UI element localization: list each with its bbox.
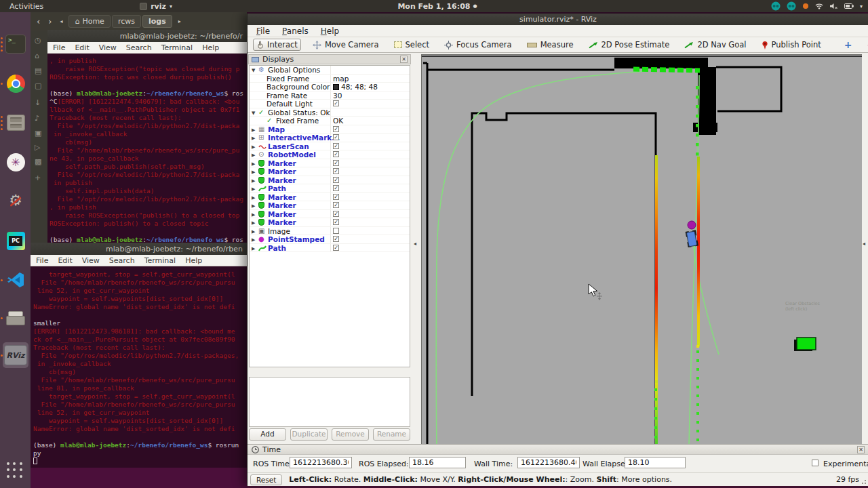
reset-button[interactable]: Reset	[250, 474, 282, 485]
display-row-default-light[interactable]: Default Light✓	[250, 100, 410, 108]
tool-move-camera[interactable]: Move Camera	[309, 39, 382, 51]
expand-icon[interactable]: ▶	[252, 134, 255, 142]
terminal1-menu-help[interactable]: Help	[202, 43, 219, 52]
terminal2-menu-help[interactable]: Help	[185, 256, 202, 265]
time-field-wall-elapsed-[interactable]	[625, 457, 686, 468]
display-row-marker[interactable]: ▶Marker✓	[250, 176, 410, 185]
experimental-checkbox[interactable]	[812, 460, 818, 466]
activities-button[interactable]: Activities	[0, 2, 53, 11]
close-icon[interactable]: ✕	[400, 56, 408, 63]
expand-icon[interactable]: ▶	[252, 236, 255, 244]
display-value[interactable]: OK	[333, 117, 343, 125]
display-row-marker[interactable]: ▶Marker✓	[250, 159, 410, 168]
display-row-global-status-ok[interactable]: ▼✓Global Status: Ok	[250, 108, 410, 117]
display-row-interactivemark-[interactable]: ▶⊞InteractiveMark...✓	[250, 134, 410, 142]
terminal1-menu-edit[interactable]: Edit	[75, 43, 89, 52]
terminal2-menu-view[interactable]: View	[82, 256, 100, 265]
toolbar-plus-button[interactable]: +	[841, 39, 856, 50]
display-checkbox[interactable]: ✓	[333, 194, 339, 200]
terminal2-titlebar[interactable]: mlab@mlab-joebetz: ~/rbenefo/rben	[31, 243, 247, 255]
breadcrumb-home[interactable]: ⌂Home	[68, 15, 110, 28]
display-row-pointstamped[interactable]: ▶●PointStamped✓	[250, 235, 410, 244]
path-collapse-icon[interactable]: ◂	[58, 18, 64, 24]
display-checkbox[interactable]: ✓	[333, 219, 339, 225]
display-row-background-color[interactable]: Background Color48; 48; 48	[250, 83, 410, 92]
tool-interact[interactable]: Interact	[253, 39, 301, 51]
rename-button[interactable]: Rename	[373, 428, 410, 441]
desktop-icon[interactable]: ▤	[35, 66, 41, 75]
expand-icon[interactable]: ▶	[252, 185, 255, 193]
terminal1-menu-terminal[interactable]: Terminal	[161, 43, 193, 52]
dock-item-slack[interactable]: ✳	[3, 149, 28, 175]
expand-icon[interactable]: ▶	[252, 194, 255, 202]
display-checkbox[interactable]: ✓	[333, 134, 339, 140]
terminal2-output[interactable]: target_waypoint, stop = self.get_curr_wa…	[31, 266, 247, 488]
tool-2d-nav-goal[interactable]: 2D Nav Goal	[681, 39, 749, 51]
display-row-frame-rate[interactable]: Frame Rate30	[250, 92, 410, 100]
time-field-wall-time-[interactable]	[517, 457, 580, 468]
dock-item-chrome[interactable]	[3, 70, 28, 96]
display-checkbox[interactable]: ✓	[333, 202, 339, 208]
display-value[interactable]: map	[333, 75, 349, 83]
terminal2-menu-edit[interactable]: Edit	[58, 256, 72, 265]
time-field-ros-elapsed-[interactable]	[409, 457, 466, 468]
dock-item-files[interactable]	[3, 110, 28, 136]
terminal1-menu-search[interactable]: Search	[126, 43, 152, 52]
display-row-marker[interactable]: ▶Marker✓	[250, 210, 410, 219]
displays-panel-header[interactable]: Displays ✕	[248, 54, 411, 64]
display-row-path[interactable]: ▶Path✓	[250, 184, 410, 193]
home-icon[interactable]: ⌂	[35, 52, 39, 60]
tool-publish-point[interactable]: Publish Point	[758, 39, 825, 51]
panel-collapse-left-icon[interactable]: ◂	[414, 241, 416, 247]
terminal2-menu-search[interactable]: Search	[109, 256, 135, 265]
display-checkbox[interactable]: ✓	[333, 143, 339, 149]
trash-icon[interactable]: ▩	[35, 157, 41, 166]
tool-focus-camera[interactable]: Focus Camera	[441, 39, 515, 51]
display-row-path[interactable]: ▶Path✓	[250, 244, 410, 253]
display-checkbox[interactable]: ✓	[333, 100, 339, 106]
show-applications-button[interactable]	[7, 462, 24, 479]
clear-obstacles-button-marker[interactable]	[794, 338, 816, 351]
pictures-icon[interactable]: ▣	[35, 129, 41, 138]
remove-button[interactable]: Remove	[332, 428, 369, 441]
expand-icon[interactable]: ▶	[252, 126, 255, 134]
display-checkbox[interactable]: ✓	[333, 211, 339, 217]
display-checkbox[interactable]: ✓	[333, 177, 339, 183]
expand-icon[interactable]: ▶	[252, 177, 255, 185]
display-checkbox[interactable]: ✓	[333, 126, 339, 132]
display-checkbox[interactable]: ✓	[333, 185, 339, 191]
rviz-titlebar[interactable]: simulator.rviz* - RViz	[248, 14, 868, 25]
rviz-3d-viewport[interactable]: Clear Obstacles (left click)	[421, 54, 862, 444]
terminal1-output[interactable]: , in publish raise ROSException("topic w…	[47, 54, 247, 243]
display-row-marker[interactable]: ▶Marker✓	[250, 218, 410, 227]
expand-icon[interactable]: ▶	[252, 151, 255, 159]
collapse-icon[interactable]: ▼	[252, 66, 255, 75]
tool-measure[interactable]: Measure	[524, 39, 577, 51]
path-more-icon[interactable]: ▸	[176, 18, 183, 24]
display-value[interactable]: 48; 48; 48	[333, 83, 378, 91]
duplicate-button[interactable]: Duplicate	[290, 428, 328, 441]
terminal2-menu-file[interactable]: File	[36, 256, 48, 265]
tool-2d-pose-estimate[interactable]: 2D Pose Estimate	[585, 39, 673, 51]
expand-icon[interactable]: ▶	[252, 211, 255, 219]
videos-icon[interactable]: ▷	[35, 143, 40, 152]
time-panel-header[interactable]: Time ✕	[248, 444, 868, 455]
downloads-icon[interactable]: ↓	[35, 98, 41, 107]
display-checkbox[interactable]: ✓	[333, 168, 339, 174]
dock-item-vscode[interactable]	[3, 267, 28, 293]
display-row-marker[interactable]: ▶Marker✓	[250, 167, 410, 176]
toolbar-minus-button[interactable]: −▾	[863, 39, 868, 50]
expand-icon[interactable]: ▶	[252, 160, 255, 168]
add-button[interactable]: Add	[249, 428, 286, 441]
display-checkbox[interactable]: ✓	[333, 160, 339, 166]
display-checkbox[interactable]	[333, 228, 339, 234]
music-icon[interactable]: ♪	[35, 114, 39, 123]
dock-item-rviz[interactable]: RViz	[3, 342, 28, 368]
terminal1-menu-file[interactable]: File	[53, 43, 65, 52]
rviz-menu-panels[interactable]: Panels	[277, 26, 313, 37]
display-row-fixed-frame[interactable]: ✓Fixed FrameOK	[250, 117, 410, 125]
resize-grip[interactable]	[860, 478, 867, 485]
back-button[interactable]: ‹	[35, 16, 42, 26]
expand-icon[interactable]: ▶	[252, 219, 255, 227]
display-row-laserscan[interactable]: ▶LaserScan✓	[250, 142, 410, 151]
